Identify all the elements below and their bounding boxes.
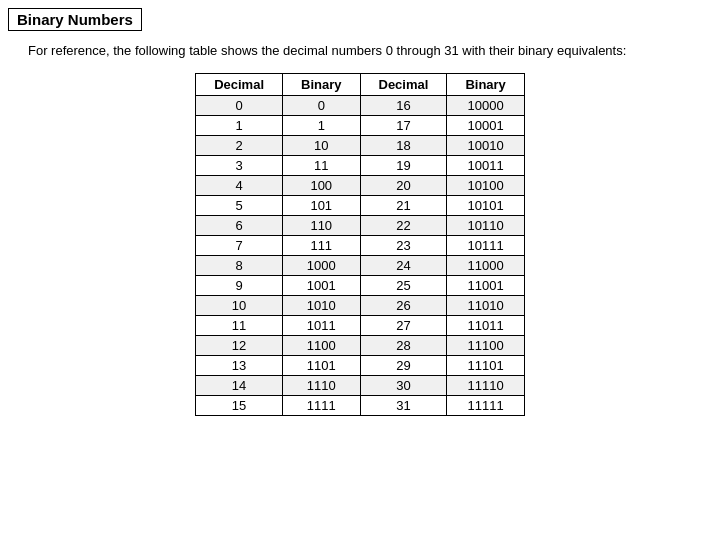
table-cell: 0 <box>196 95 283 115</box>
table-cell: 10110 <box>447 215 524 235</box>
table-row: 111710001 <box>196 115 525 135</box>
table-row: 51012110101 <box>196 195 525 215</box>
table-cell: 10 <box>283 135 360 155</box>
table-cell: 1011 <box>283 315 360 335</box>
table-row: 1110112711011 <box>196 315 525 335</box>
table-cell: 10101 <box>447 195 524 215</box>
table-cell: 4 <box>196 175 283 195</box>
table-cell: 26 <box>360 295 447 315</box>
table-cell: 10100 <box>447 175 524 195</box>
table-cell: 14 <box>196 375 283 395</box>
table-cell: 11101 <box>447 355 524 375</box>
table-cell: 11100 <box>447 335 524 355</box>
table-cell: 5 <box>196 195 283 215</box>
table-cell: 1100 <box>283 335 360 355</box>
page-title: Binary Numbers <box>8 8 142 31</box>
table-cell: 11 <box>196 315 283 335</box>
table-row: 1311012911101 <box>196 355 525 375</box>
col-header-decimal-1: Decimal <box>196 73 283 95</box>
binary-table: Decimal Binary Decimal Binary 0016100001… <box>195 73 525 416</box>
table-row: 41002010100 <box>196 175 525 195</box>
table-cell: 12 <box>196 335 283 355</box>
col-header-binary-1: Binary <box>283 73 360 95</box>
table-body: 0016100001117100012101810010311191001141… <box>196 95 525 415</box>
table-cell: 2 <box>196 135 283 155</box>
table-cell: 10011 <box>447 155 524 175</box>
table-cell: 10111 <box>447 235 524 255</box>
table-cell: 11 <box>283 155 360 175</box>
table-row: 71112310111 <box>196 235 525 255</box>
table-cell: 20 <box>360 175 447 195</box>
table-cell: 1010 <box>283 295 360 315</box>
table-cell: 6 <box>196 215 283 235</box>
table-row: 910012511001 <box>196 275 525 295</box>
table-cell: 1111 <box>283 395 360 415</box>
table-cell: 25 <box>360 275 447 295</box>
table-cell: 16 <box>360 95 447 115</box>
table-row: 2101810010 <box>196 135 525 155</box>
table-cell: 1101 <box>283 355 360 375</box>
binary-table-container: Decimal Binary Decimal Binary 0016100001… <box>195 73 525 416</box>
table-row: 1511113111111 <box>196 395 525 415</box>
table-row: 3111910011 <box>196 155 525 175</box>
table-cell: 11000 <box>447 255 524 275</box>
table-cell: 29 <box>360 355 447 375</box>
table-cell: 1001 <box>283 275 360 295</box>
table-cell: 1110 <box>283 375 360 395</box>
col-header-binary-2: Binary <box>447 73 524 95</box>
table-row: 61102210110 <box>196 215 525 235</box>
table-cell: 15 <box>196 395 283 415</box>
table-cell: 7 <box>196 235 283 255</box>
table-cell: 10010 <box>447 135 524 155</box>
table-cell: 10000 <box>447 95 524 115</box>
col-header-decimal-2: Decimal <box>360 73 447 95</box>
table-cell: 17 <box>360 115 447 135</box>
table-cell: 0 <box>283 95 360 115</box>
table-cell: 10001 <box>447 115 524 135</box>
table-row: 001610000 <box>196 95 525 115</box>
table-cell: 19 <box>360 155 447 175</box>
table-cell: 111 <box>283 235 360 255</box>
table-cell: 18 <box>360 135 447 155</box>
table-cell: 1 <box>196 115 283 135</box>
table-cell: 9 <box>196 275 283 295</box>
table-row: 1010102611010 <box>196 295 525 315</box>
table-cell: 11011 <box>447 315 524 335</box>
table-cell: 11111 <box>447 395 524 415</box>
table-cell: 30 <box>360 375 447 395</box>
intro-paragraph: For reference, the following table shows… <box>28 41 692 61</box>
table-cell: 1 <box>283 115 360 135</box>
table-cell: 11110 <box>447 375 524 395</box>
table-row: 1411103011110 <box>196 375 525 395</box>
table-cell: 21 <box>360 195 447 215</box>
table-cell: 101 <box>283 195 360 215</box>
table-cell: 27 <box>360 315 447 335</box>
table-cell: 1000 <box>283 255 360 275</box>
table-cell: 10 <box>196 295 283 315</box>
table-cell: 11001 <box>447 275 524 295</box>
table-row: 810002411000 <box>196 255 525 275</box>
table-cell: 11010 <box>447 295 524 315</box>
table-cell: 13 <box>196 355 283 375</box>
table-cell: 22 <box>360 215 447 235</box>
table-cell: 31 <box>360 395 447 415</box>
table-cell: 8 <box>196 255 283 275</box>
table-cell: 28 <box>360 335 447 355</box>
table-cell: 23 <box>360 235 447 255</box>
table-cell: 110 <box>283 215 360 235</box>
table-header-row: Decimal Binary Decimal Binary <box>196 73 525 95</box>
table-cell: 100 <box>283 175 360 195</box>
table-cell: 24 <box>360 255 447 275</box>
table-row: 1211002811100 <box>196 335 525 355</box>
table-cell: 3 <box>196 155 283 175</box>
